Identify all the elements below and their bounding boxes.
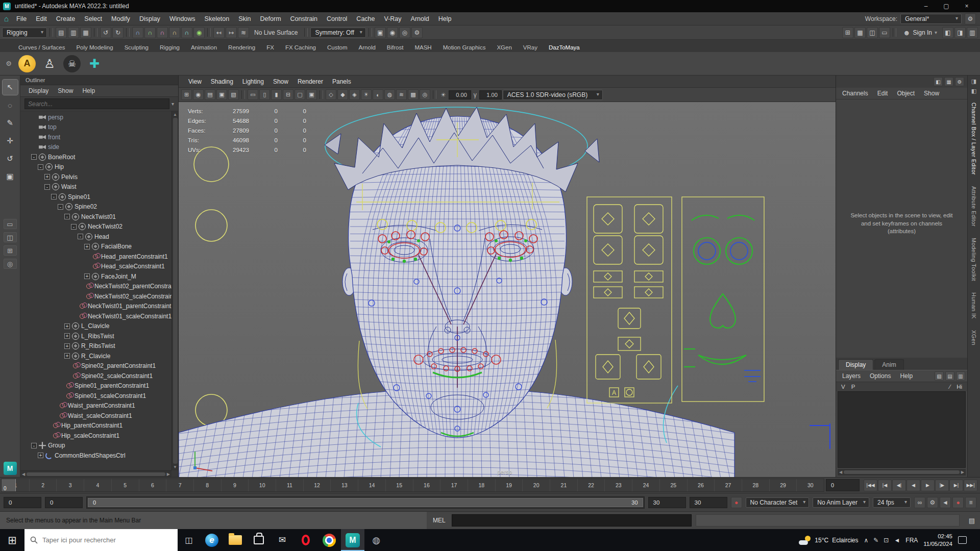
- outliner-row[interactable]: + CommonBlendShapesCtrl: [22, 450, 178, 461]
- ambient-occlusion-icon[interactable]: ◍: [384, 89, 395, 100]
- menu-item[interactable]: Create: [52, 12, 80, 26]
- viewport-menu-item[interactable]: Show: [268, 78, 293, 85]
- snap-view-plane-icon[interactable]: ∩: [181, 27, 192, 38]
- frame-tick[interactable]: 21: [550, 479, 577, 491]
- shelf-tab[interactable]: Custom: [322, 43, 353, 52]
- taskbar-search[interactable]: [24, 529, 178, 551]
- viewport-menu-item[interactable]: Panels: [328, 78, 356, 85]
- film-gate-icon[interactable]: ▭: [248, 89, 258, 100]
- channel-box-toggle-icon[interactable]: ▥: [967, 27, 978, 38]
- column-playback[interactable]: P: [851, 384, 855, 390]
- mel-input[interactable]: [452, 514, 692, 527]
- safe-action-icon[interactable]: ▢: [295, 89, 305, 100]
- undo-icon[interactable]: ↺: [100, 27, 111, 38]
- outliner-row[interactable]: NeckTwist02_parentConstrai: [22, 282, 178, 292]
- viewport-menu-item[interactable]: View: [184, 78, 206, 85]
- shelf-tab[interactable]: Arnold: [354, 43, 381, 52]
- isolate-select-icon[interactable]: ◎: [420, 89, 430, 100]
- menu-item[interactable]: Cache: [352, 12, 379, 26]
- select-tool[interactable]: ↖: [3, 80, 18, 95]
- sidebar-tab[interactable]: Human IK: [971, 292, 977, 319]
- character-set-dropdown[interactable]: No Character Set: [746, 497, 810, 508]
- bookmarks-icon[interactable]: ▣: [216, 89, 227, 100]
- field-chart-icon[interactable]: ⊟: [283, 89, 293, 100]
- outliner-row[interactable]: - Group: [22, 441, 178, 451]
- expand-toggle-icon[interactable]: -: [71, 224, 77, 230]
- layout-two-pane-icon[interactable]: ◫: [4, 232, 17, 242]
- outliner-row[interactable]: - BoneRoot: [22, 152, 178, 162]
- outliner-row[interactable]: NeckTwist02_scaleConstraint: [22, 291, 178, 302]
- grid-toggle-icon[interactable]: ⊞: [842, 27, 853, 38]
- sidebar-tab[interactable]: Channel Box / Layer Editor: [971, 103, 977, 175]
- rig-slider-panel[interactable]: [587, 197, 672, 403]
- construction-history-icon[interactable]: ≋: [238, 27, 249, 38]
- attribute-editor-toggle-icon[interactable]: ◧: [942, 27, 953, 38]
- outliner-row[interactable]: persp: [22, 112, 178, 122]
- make-live-icon[interactable]: ◉: [193, 27, 205, 38]
- workspace-dropdown[interactable]: General*: [900, 14, 962, 24]
- exposure-field[interactable]: 0.00: [449, 90, 471, 99]
- side-control-circles[interactable]: [194, 147, 229, 426]
- outliner-row[interactable]: Head_parentConstraint1: [22, 252, 178, 262]
- previous-key-button[interactable]: |◀: [878, 480, 892, 491]
- start-button[interactable]: ⊞: [0, 529, 24, 551]
- record-icon[interactable]: ●: [952, 497, 964, 508]
- expand-toggle-icon[interactable]: -: [31, 154, 37, 160]
- layer-menu-item[interactable]: Help: [896, 371, 917, 381]
- frame-tick[interactable]: 30: [796, 479, 824, 491]
- minimize-button[interactable]: –: [916, 0, 936, 12]
- outliner-row[interactable]: Waist_parentConstraint1: [22, 401, 178, 411]
- shelf-tab[interactable]: Poly Modeling: [71, 43, 118, 52]
- frame-tick[interactable]: 3: [56, 479, 84, 491]
- filter-chevron-icon[interactable]: ▾: [172, 101, 174, 107]
- workspace-settings-icon[interactable]: ⚙: [965, 13, 976, 24]
- image-plane-icon[interactable]: ▧: [228, 89, 239, 100]
- pin-channel-box-icon[interactable]: ◧: [934, 77, 943, 86]
- close-button[interactable]: ×: [957, 0, 977, 12]
- display-icon[interactable]: ⊡: [884, 537, 889, 544]
- column-visibility[interactable]: V: [841, 384, 845, 390]
- expand-toggle-icon[interactable]: -: [64, 214, 70, 219]
- action-center-icon[interactable]: [958, 536, 967, 544]
- viewport-canvas[interactable]: A: [179, 102, 836, 477]
- shelf-tab[interactable]: FX: [261, 43, 279, 52]
- outliner-row[interactable]: + R_RibsTwist: [22, 341, 178, 352]
- clock[interactable]: 02:45 11/05/2024: [923, 533, 952, 548]
- outliner-row[interactable]: Spine02_scaleConstraint1: [22, 371, 178, 381]
- rotate-tool[interactable]: ↺: [3, 151, 18, 166]
- shelf-tab[interactable]: Animation: [186, 43, 222, 52]
- shelf-tab[interactable]: Rigging: [155, 43, 185, 52]
- outliner-row[interactable]: front: [22, 132, 178, 142]
- frame-tick[interactable]: 2: [29, 479, 57, 491]
- shelf-tab[interactable]: XGen: [492, 43, 517, 52]
- save-scene-icon[interactable]: ▦: [80, 27, 91, 38]
- menu-item[interactable]: Display: [135, 12, 165, 26]
- wireframe-mode-icon[interactable]: ◇: [326, 89, 336, 100]
- outliner-row[interactable]: + FacialBone: [22, 242, 178, 252]
- outliner-row[interactable]: NeckTwist01_scaleConstraint1: [22, 311, 178, 321]
- layout-four-pane-icon[interactable]: ⊞: [4, 245, 17, 256]
- play-forwards-button[interactable]: ▶: [921, 480, 935, 491]
- shaded-mode-icon[interactable]: ◆: [337, 89, 348, 100]
- frame-tick[interactable]: 12: [303, 479, 331, 491]
- outliner-horizontal-scrollbar[interactable]: ◀▶: [20, 470, 172, 477]
- textured-mode-icon[interactable]: ◈: [349, 89, 360, 100]
- sign-in-button[interactable]: ☻ Sign In ▾: [899, 29, 941, 37]
- film-gate-icon[interactable]: ▦: [854, 27, 866, 38]
- dock-panel-icon[interactable]: ◨: [971, 78, 976, 85]
- live-surface-label[interactable]: No Live Surface: [250, 28, 302, 37]
- expand-toggle-icon[interactable]: +: [84, 273, 90, 279]
- outliner-menu-item[interactable]: Display: [24, 86, 53, 95]
- expand-toggle-icon[interactable]: +: [64, 323, 70, 329]
- anim-layer-dropdown[interactable]: No Anim Layer: [813, 497, 869, 508]
- sidebar-tab[interactable]: XGen: [971, 330, 977, 345]
- camera-attributes-icon[interactable]: ▤: [205, 89, 215, 100]
- open-scene-icon[interactable]: ▥: [68, 27, 79, 38]
- script-editor-icon[interactable]: ▤: [964, 512, 980, 529]
- menu-item[interactable]: Modify: [107, 12, 135, 26]
- range-track[interactable]: 0 30: [86, 496, 645, 509]
- playback-start-field[interactable]: 0: [45, 497, 83, 508]
- store-icon[interactable]: [247, 529, 271, 551]
- expand-toggle-icon[interactable]: -: [78, 234, 83, 239]
- create-empty-layer-icon[interactable]: ▤: [945, 371, 954, 381]
